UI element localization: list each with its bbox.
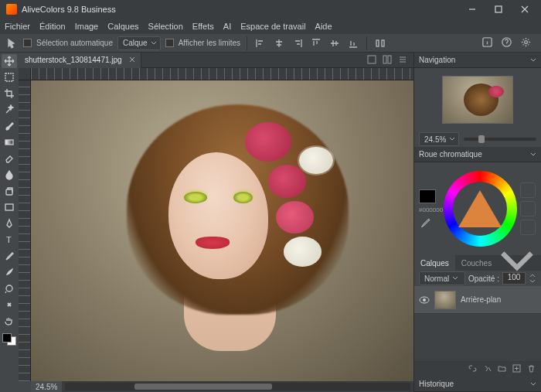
menu-effects[interactable]: Effets <box>192 22 214 31</box>
visibility-icon[interactable] <box>419 295 430 305</box>
align-right-icon[interactable] <box>291 36 305 50</box>
nav-zoom-dropdown[interactable]: 24.5% <box>419 132 459 146</box>
tab-channels[interactable]: Couches <box>455 255 498 271</box>
menu-ai[interactable]: AI <box>223 22 231 31</box>
close-tab-icon[interactable] <box>128 56 136 63</box>
document-filename: shutterstock_130814471.jpg <box>25 56 122 64</box>
wheel-mode2-icon[interactable] <box>520 201 536 216</box>
move-tool-icon[interactable] <box>2 54 17 68</box>
auto-select-checkbox[interactable]: Sélection automatique <box>23 39 113 47</box>
delete-layer-icon[interactable] <box>526 363 536 375</box>
hand-tool-icon[interactable] <box>2 314 17 328</box>
tab-option2-icon[interactable] <box>383 55 393 66</box>
show-bounds-checkbox[interactable]: Afficher les limites <box>165 39 240 47</box>
nav-zoom-slider[interactable] <box>464 138 536 141</box>
menu-file[interactable]: Fichier <box>5 22 30 31</box>
new-layer-icon[interactable] <box>512 363 522 375</box>
tab-menu-icon[interactable] <box>398 55 409 66</box>
history-panel-header[interactable]: Historique <box>414 377 541 392</box>
help-icon[interactable] <box>501 36 512 49</box>
eyedropper-icon[interactable] <box>419 216 431 229</box>
folder-icon[interactable] <box>497 363 507 375</box>
tab-layers[interactable]: Calques <box>414 255 455 271</box>
chevron-down-icon <box>530 152 536 158</box>
navigation-thumbnail[interactable] <box>414 68 541 131</box>
tab-option-icon[interactable] <box>367 55 378 66</box>
brush-tool-icon[interactable] <box>2 119 17 133</box>
document-tab[interactable]: shutterstock_130814471.jpg <box>19 53 141 68</box>
blur-tool-icon[interactable] <box>2 168 17 182</box>
ruler-vertical[interactable] <box>19 80 31 381</box>
close-button[interactable] <box>512 0 538 19</box>
layer-row[interactable]: Arrière-plan <box>414 286 541 314</box>
align-top-icon[interactable] <box>309 36 323 50</box>
color-swatch[interactable] <box>2 333 16 346</box>
pen-tool-icon[interactable] <box>2 216 17 230</box>
svg-rect-13 <box>383 56 386 63</box>
svg-rect-2 <box>382 40 384 46</box>
menu-help[interactable]: Aide <box>315 22 332 31</box>
opacity-stepper[interactable] <box>529 273 536 284</box>
dodge-tool-icon[interactable] <box>2 281 17 295</box>
smudge-tool-icon[interactable] <box>2 265 17 279</box>
settings-icon[interactable] <box>520 36 532 49</box>
marquee-tool-icon[interactable] <box>2 70 17 84</box>
blend-mode-dropdown[interactable]: Normal <box>419 271 465 285</box>
horizontal-scrollbar[interactable] <box>65 383 410 390</box>
canvas[interactable] <box>31 80 413 381</box>
svg-point-11 <box>6 285 12 291</box>
svg-rect-8 <box>6 189 12 195</box>
menu-edit[interactable]: Édition <box>39 22 66 31</box>
svg-rect-6 <box>5 73 13 81</box>
app-logo <box>6 4 17 15</box>
gradient-tool-icon[interactable] <box>2 135 17 149</box>
wheel-mode3-icon[interactable] <box>520 220 536 235</box>
align-center-h-icon[interactable] <box>272 36 286 50</box>
app-title: AliveColors 9.8 Business <box>22 5 459 14</box>
zoom-level[interactable]: 24.5% <box>31 381 62 392</box>
fx-icon[interactable] <box>482 363 492 375</box>
svg-point-16 <box>423 298 426 302</box>
layers-panel-tabs: Calques Couches <box>414 255 541 271</box>
layer-dropdown[interactable]: Calque <box>117 36 161 50</box>
shape-tool-icon[interactable] <box>2 200 17 214</box>
menu-layers[interactable]: Calques <box>107 22 138 31</box>
eyedropper-tool-icon[interactable] <box>2 249 17 263</box>
wheel-mode-icon[interactable] <box>520 182 536 198</box>
distribute-icon[interactable] <box>373 36 387 50</box>
menu-bar: Fichier Édition Image Calques Sélection … <box>0 19 541 34</box>
chevron-down-icon <box>530 381 536 387</box>
opacity-input[interactable]: 100 <box>502 272 526 285</box>
layers-list: Arrière-plan <box>414 286 541 361</box>
clone-tool-icon[interactable] <box>2 184 17 198</box>
link-layers-icon[interactable] <box>468 363 478 375</box>
current-color-swatch[interactable] <box>419 189 436 203</box>
menu-image[interactable]: Image <box>75 22 99 31</box>
cursor-icon[interactable] <box>5 36 19 50</box>
navigation-panel-header[interactable]: Navigation <box>414 53 541 68</box>
ruler-horizontal[interactable] <box>31 68 413 80</box>
chevron-down-icon <box>530 57 536 63</box>
auto-select-label: Sélection automatique <box>36 39 113 47</box>
color-wheel-panel-header[interactable]: Roue chromatique <box>414 147 541 162</box>
align-bottom-icon[interactable] <box>346 36 360 50</box>
minimize-button[interactable] <box>459 0 485 19</box>
align-left-icon[interactable] <box>253 36 267 50</box>
svg-rect-9 <box>5 204 13 210</box>
eraser-tool-icon[interactable] <box>2 152 17 165</box>
menu-selection[interactable]: Sélection <box>148 22 183 31</box>
crop-tool-icon[interactable] <box>2 87 17 101</box>
text-tool-icon[interactable]: T <box>2 233 17 247</box>
info-icon[interactable] <box>481 36 493 49</box>
align-middle-v-icon[interactable] <box>328 36 342 50</box>
color-wheel[interactable] <box>444 171 517 247</box>
maximize-button[interactable] <box>485 0 512 19</box>
hex-value: #000000 <box>419 206 441 213</box>
menu-workspace[interactable]: Espace de travail <box>240 22 305 31</box>
opacity-label: Opacité : <box>468 274 499 283</box>
wand-tool-icon[interactable] <box>2 103 17 117</box>
tool-palette: T <box>0 53 19 392</box>
svg-rect-0 <box>495 6 502 12</box>
ruler-corner <box>19 68 31 80</box>
heal-tool-icon[interactable] <box>2 298 17 312</box>
